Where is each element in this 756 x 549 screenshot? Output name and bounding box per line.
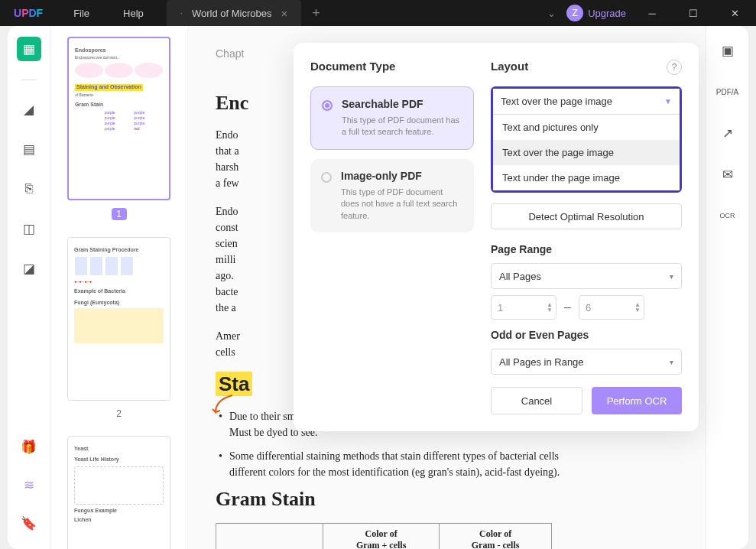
copy-tool-icon[interactable]: ⎘ bbox=[18, 178, 40, 200]
menu-file[interactable]: File bbox=[57, 8, 106, 19]
odd-even-dropdown[interactable]: All Pages in Range ▾ bbox=[491, 349, 682, 375]
page-number-1: 1 bbox=[112, 208, 127, 220]
page-number-2: 2 bbox=[67, 408, 170, 419]
close-window-button[interactable]: ✕ bbox=[719, 3, 750, 23]
upgrade-button[interactable]: Z Upgrade bbox=[566, 5, 626, 21]
chevron-down-icon[interactable]: ⌄ bbox=[547, 8, 556, 19]
tab-title: World of Microbes bbox=[192, 8, 272, 19]
highlight-tool-icon[interactable]: ◢ bbox=[18, 99, 40, 120]
page-range-title: Page Range bbox=[491, 243, 682, 255]
pdfa-icon[interactable]: PDF/A bbox=[717, 81, 738, 102]
help-icon[interactable]: ? bbox=[667, 60, 682, 75]
layout-option-text-under[interactable]: Text under the page image bbox=[493, 165, 680, 190]
app-logo: UPDF bbox=[0, 7, 57, 19]
page-range-dropdown[interactable]: All Pages ▾ bbox=[491, 263, 682, 289]
thumbnails-icon[interactable]: ▦ bbox=[17, 37, 41, 61]
thumbnail-page-1[interactable]: Endospores Endospores are dormant... Sta… bbox=[67, 37, 170, 200]
layers-icon[interactable]: ≋ bbox=[18, 474, 40, 495]
chevron-down-icon: ▾ bbox=[670, 272, 673, 281]
option-image-only-pdf[interactable]: Image-only PDF This type of PDF document… bbox=[310, 159, 474, 232]
avatar: Z bbox=[566, 5, 583, 21]
chevron-down-icon: ▾ bbox=[670, 358, 673, 366]
thumbnail-page-2[interactable]: Gram Staining Procedure ●─●─●─● Example … bbox=[67, 237, 170, 401]
list-item: Some differential staining methods that … bbox=[216, 448, 567, 480]
heading-gram-stain: Gram Stain bbox=[216, 488, 678, 511]
layout-option-text-pictures[interactable]: Text and pictures only bbox=[493, 115, 680, 140]
radio-icon bbox=[321, 172, 332, 183]
layout-option-text-over[interactable]: Text over the page image bbox=[493, 140, 680, 165]
odd-even-title: Odd or Even Pages bbox=[491, 329, 682, 341]
close-tab-icon[interactable]: × bbox=[281, 7, 287, 20]
option-searchable-pdf[interactable]: Searchable PDF This type of PDF document… bbox=[310, 86, 474, 150]
gram-stain-table: Color of Gram + cellsColor of Gram - cel… bbox=[216, 523, 552, 549]
bookmark-icon[interactable]: 🔖 bbox=[18, 512, 40, 534]
layout-dropdown[interactable]: Text over the page image ▼ bbox=[493, 89, 680, 115]
scan-icon[interactable]: OCR bbox=[717, 205, 738, 226]
ocr-icon[interactable]: ▣ bbox=[717, 40, 738, 61]
document-tab[interactable]: · World of Microbes × bbox=[167, 0, 301, 26]
titlebar: UPDF File Help · World of Microbes × + ⌄… bbox=[0, 0, 756, 26]
thumbnail-panel: Endospores Endospores are dormant... Sta… bbox=[50, 26, 188, 549]
heading-staining: Sta bbox=[216, 372, 252, 396]
maximize-button[interactable]: ☐ bbox=[678, 3, 709, 23]
annotate-tool-icon[interactable]: ▤ bbox=[18, 138, 40, 160]
pages-tool-icon[interactable]: ◪ bbox=[18, 258, 40, 279]
range-from-input[interactable]: 1▲▼ bbox=[491, 295, 556, 320]
export-icon[interactable]: ↗ bbox=[717, 122, 738, 144]
sidebar-left: ▦ ◢ ▤ ⎘ ◫ ◪ 🎁 ≋ 🔖 bbox=[8, 26, 50, 549]
minimize-button[interactable]: ─ bbox=[637, 3, 667, 23]
radio-icon bbox=[322, 100, 333, 111]
menu-help[interactable]: Help bbox=[106, 8, 161, 19]
layout-title: Layout bbox=[491, 60, 682, 73]
layout-dropdown-expanded: Text over the page image ▼ Text and pict… bbox=[491, 86, 682, 193]
chevron-down-icon: ▼ bbox=[664, 97, 672, 106]
cancel-button[interactable]: Cancel bbox=[491, 387, 582, 414]
crop-tool-icon[interactable]: ◫ bbox=[18, 218, 40, 239]
gift-icon[interactable]: 🎁 bbox=[18, 436, 40, 457]
detect-resolution-button[interactable]: Detect Optimal Resolution bbox=[491, 203, 682, 229]
ocr-panel: ? ⚙ Document Type Searchable PDF This ty… bbox=[294, 43, 699, 431]
range-to-input[interactable]: 6▲▼ bbox=[579, 295, 644, 320]
document-type-title: Document Type bbox=[310, 60, 474, 73]
thumbnail-page-3[interactable]: Yeast Yeast Life History Fungus Example … bbox=[67, 436, 170, 549]
new-tab-button[interactable]: + bbox=[301, 5, 331, 21]
perform-ocr-button[interactable]: Perform OCR bbox=[592, 387, 682, 414]
mail-icon[interactable]: ✉ bbox=[717, 164, 738, 185]
tab-dot-icon: · bbox=[180, 8, 183, 18]
sidebar-right: ▣ PDF/A ↗ ✉ OCR bbox=[706, 26, 748, 549]
